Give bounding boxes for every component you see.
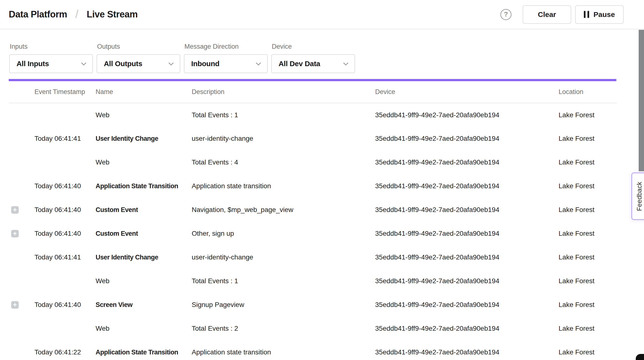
event-description: Total Events : 4: [192, 151, 375, 174]
table-row[interactable]: +Today 06:41:40Screen ViewSignup Pagevie…: [9, 293, 617, 317]
topbar-actions: ? Clear Pause: [500, 5, 624, 24]
event-device: 35eddb41-9ff9-49e2-7aed-20afa90eb194: [375, 198, 558, 222]
event-location: Lake Forest: [558, 245, 617, 269]
event-timestamp: Today 06:41:41: [34, 127, 96, 151]
device-dropdown-value: All Dev Data: [278, 60, 320, 68]
event-timestamp: [34, 151, 96, 174]
message-direction-dropdown[interactable]: Inbound: [184, 54, 268, 73]
event-timestamp: [34, 317, 96, 340]
table-row[interactable]: +Today 06:41:40Custom EventNavigation, $…: [9, 198, 617, 222]
event-timestamp: Today 06:41:40: [34, 174, 96, 198]
expand-row-button[interactable]: +: [11, 301, 19, 309]
expand-cell: +: [9, 293, 34, 317]
table-row[interactable]: WebTotal Events : 135eddb41-9ff9-49e2-7a…: [9, 103, 617, 127]
table-row[interactable]: WebTotal Events : 135eddb41-9ff9-49e2-7a…: [9, 269, 617, 293]
event-location: Lake Forest: [558, 103, 617, 127]
table-row[interactable]: WebTotal Events : 235eddb41-9ff9-49e2-7a…: [9, 317, 617, 340]
table-row[interactable]: WebTotal Events : 435eddb41-9ff9-49e2-7a…: [9, 151, 617, 174]
event-description: Other, sign up: [192, 222, 375, 245]
expand-row-button[interactable]: +: [11, 206, 19, 214]
table-header-row: Event Timestamp Name Description Device …: [9, 81, 617, 103]
event-device: 35eddb41-9ff9-49e2-7aed-20afa90eb194: [375, 222, 558, 245]
outputs-dropdown[interactable]: All Outputs: [96, 54, 180, 73]
event-device: 35eddb41-9ff9-49e2-7aed-20afa90eb194: [375, 317, 558, 340]
expand-row-button[interactable]: +: [11, 230, 19, 237]
filter-message-direction: Message Direction Inbound: [184, 43, 268, 73]
chat-widget-corner[interactable]: [636, 354, 644, 360]
column-header-expand: [9, 81, 34, 103]
event-description: user-identity-change: [192, 127, 375, 151]
column-header-description: Description: [192, 81, 375, 103]
inputs-dropdown-value: All Inputs: [16, 60, 49, 68]
accent-divider: [9, 79, 616, 81]
event-location: Lake Forest: [558, 127, 617, 151]
table-row[interactable]: Today 06:41:22Application State Transiti…: [9, 340, 617, 360]
event-description: Signup Pageview: [192, 293, 375, 317]
filter-inputs-label: Inputs: [10, 43, 93, 50]
table-row[interactable]: Today 06:41:41User Identity Changeuser-i…: [9, 245, 617, 269]
event-device: 35eddb41-9ff9-49e2-7aed-20afa90eb194: [375, 151, 558, 174]
column-header-name: Name: [96, 81, 192, 103]
event-table-body: WebTotal Events : 135eddb41-9ff9-49e2-7a…: [9, 103, 617, 360]
event-name: Custom Event: [96, 198, 192, 222]
chevron-down-icon: [80, 60, 88, 68]
expand-cell: [9, 174, 34, 198]
table-row[interactable]: Today 06:41:40Application State Transiti…: [9, 174, 617, 198]
event-timestamp: [34, 103, 96, 127]
event-location: Lake Forest: [558, 293, 617, 317]
column-header-device: Device: [375, 81, 558, 103]
inputs-dropdown[interactable]: All Inputs: [9, 54, 93, 73]
table-row[interactable]: +Today 06:41:40Custom EventOther, sign u…: [9, 222, 617, 245]
help-icon[interactable]: ?: [500, 9, 512, 20]
event-description: Total Events : 1: [192, 269, 375, 293]
event-location: Lake Forest: [558, 317, 617, 340]
filter-device: Device All Dev Data: [271, 43, 355, 73]
event-timestamp: Today 06:41:40: [34, 198, 96, 222]
event-name: Web: [96, 269, 192, 293]
top-bar: Data Platform / Live Stream ? Clear Paus…: [0, 0, 644, 29]
filter-message-direction-label: Message Direction: [184, 43, 268, 50]
breadcrumb: Data Platform / Live Stream: [9, 8, 138, 21]
device-dropdown[interactable]: All Dev Data: [271, 54, 355, 73]
event-device: 35eddb41-9ff9-49e2-7aed-20afa90eb194: [375, 269, 558, 293]
breadcrumb-separator: /: [76, 7, 78, 20]
event-location: Lake Forest: [558, 340, 617, 360]
event-description: Navigation, $mp_web_page_view: [192, 198, 375, 222]
expand-cell: +: [9, 222, 34, 245]
event-device: 35eddb41-9ff9-49e2-7aed-20afa90eb194: [375, 127, 558, 151]
event-timestamp: Today 06:41:22: [34, 340, 96, 360]
event-name: Screen View: [96, 293, 192, 317]
expand-cell: [9, 151, 34, 174]
event-name: User Identity Change: [96, 127, 192, 151]
event-description: Application state transition: [192, 340, 375, 360]
expand-cell: [9, 127, 34, 151]
pause-icon: [584, 11, 589, 18]
clear-button[interactable]: Clear: [523, 5, 571, 24]
event-name: Application State Transition: [96, 340, 192, 360]
vertical-scrollbar-thumb[interactable]: [639, 30, 644, 171]
pause-button-label: Pause: [594, 10, 615, 19]
event-device: 35eddb41-9ff9-49e2-7aed-20afa90eb194: [375, 293, 558, 317]
breadcrumb-data-platform[interactable]: Data Platform: [9, 9, 67, 20]
table-row[interactable]: Today 06:41:41User Identity Changeuser-i…: [9, 127, 617, 151]
chevron-down-icon: [254, 60, 262, 68]
event-location: Lake Forest: [558, 222, 617, 245]
event-timestamp: Today 06:41:41: [34, 245, 96, 269]
event-device: 35eddb41-9ff9-49e2-7aed-20afa90eb194: [375, 174, 558, 198]
message-direction-dropdown-value: Inbound: [191, 60, 219, 68]
expand-cell: [9, 103, 34, 127]
event-name: Web: [96, 103, 192, 127]
column-header-event-timestamp: Event Timestamp: [34, 81, 96, 103]
expand-cell: [9, 340, 34, 360]
event-name: User Identity Change: [96, 245, 192, 269]
event-timestamp: Today 06:41:40: [34, 293, 96, 317]
filter-outputs: Outputs All Outputs: [96, 43, 180, 73]
event-device: 35eddb41-9ff9-49e2-7aed-20afa90eb194: [375, 340, 558, 360]
feedback-tab[interactable]: Feedback: [632, 173, 644, 220]
expand-cell: [9, 269, 34, 293]
filter-device-label: Device: [272, 43, 355, 50]
filter-outputs-label: Outputs: [97, 43, 180, 50]
event-description: user-identity-change: [192, 245, 375, 269]
pause-button[interactable]: Pause: [575, 5, 624, 24]
event-description: Application state transition: [192, 174, 375, 198]
